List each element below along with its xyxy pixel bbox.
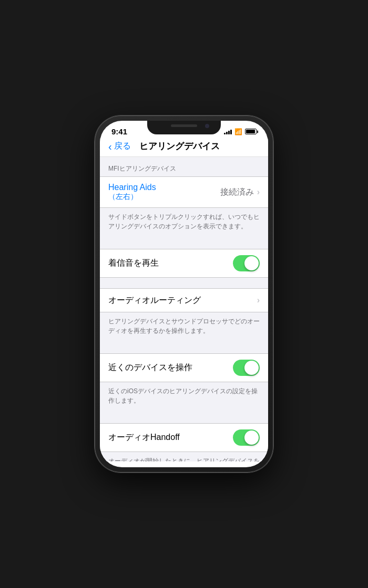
chevron-right-icon: › bbox=[257, 187, 260, 197]
audio-routing-label: オーディオルーティング bbox=[108, 295, 257, 306]
hearing-aids-right: 接続済み › bbox=[220, 187, 260, 198]
ringtone-row: 着信音を再生 bbox=[100, 249, 268, 277]
ringtone-group: 着信音を再生 bbox=[100, 249, 268, 278]
audio-routing-section-rows: オーディオルーティング › bbox=[100, 288, 268, 312]
mfi-section-header: MFIヒアリングデバイス bbox=[100, 157, 268, 176]
nearby-devices-section-rows: 近くのデバイスを操作 bbox=[100, 353, 268, 382]
notch bbox=[147, 121, 221, 134]
audio-handoff-desc: オーディオが開始したときに、ヒアリングデバイスを近くにあるiOSデバイスに接続し… bbox=[100, 452, 268, 461]
ringtone-toggle[interactable] bbox=[233, 255, 260, 271]
camera bbox=[205, 124, 209, 128]
wifi-icon: 📶 bbox=[234, 128, 242, 135]
audio-routing-right: › bbox=[257, 296, 260, 305]
back-chevron-icon: ‹ bbox=[108, 141, 112, 152]
nearby-devices-content: 近くのデバイスを操作 bbox=[108, 362, 233, 373]
audio-routing-desc: ヒアリングデバイスとサウンドプロセッサでどのオーディオを再生するかを操作します。 bbox=[100, 312, 268, 343]
hearing-aids-content: Hearing Aids （左右） bbox=[108, 183, 220, 202]
hearing-aids-desc: サイドボタンをトリプルクリックすれば、いつでもヒアリングデバイスのオプションを表… bbox=[100, 208, 268, 238]
nearby-devices-label: 近くのデバイスを操作 bbox=[108, 362, 233, 373]
nearby-devices-group: 近くのデバイスを操作 近くのiOSデバイスのヒアリングデバイスの設定を操作します… bbox=[100, 353, 268, 413]
nav-bar: ‹ 戻る ヒアリングデバイス bbox=[100, 138, 268, 157]
audio-handoff-group: オーディオHandoff オーディオが開始したときに、ヒアリングデバイスを近くに… bbox=[100, 423, 268, 461]
audio-routing-chevron-icon: › bbox=[257, 296, 260, 305]
status-icons: 📶 bbox=[224, 128, 257, 135]
audio-handoff-section-rows: オーディオHandoff bbox=[100, 423, 268, 452]
audio-handoff-toggle[interactable] bbox=[233, 429, 260, 446]
hearing-aids-subtitle: （左右） bbox=[108, 192, 220, 202]
status-time: 9:41 bbox=[111, 127, 127, 136]
hearing-aids-row[interactable]: Hearing Aids （左右） 接続済み › bbox=[100, 177, 268, 207]
mfi-group: MFIヒアリングデバイス Hearing Aids （左右） 接続済み › サイ… bbox=[100, 157, 268, 238]
audio-handoff-label: オーディオHandoff bbox=[108, 432, 233, 443]
nearby-devices-desc: 近くのiOSデバイスのヒアリングデバイスの設定を操作します。 bbox=[100, 382, 268, 413]
toggle-thumb-3 bbox=[244, 430, 259, 445]
phone-frame: 9:41 📶 ‹ 戻る ヒアリングデバイス bbox=[95, 116, 273, 472]
page-title: ヒアリングデバイス bbox=[131, 140, 228, 152]
hearing-aids-status: 接続済み bbox=[220, 187, 254, 198]
toggle-thumb-2 bbox=[244, 361, 259, 375]
phone-screen: 9:41 📶 ‹ 戻る ヒアリングデバイス bbox=[100, 121, 268, 467]
signal-icon bbox=[224, 129, 232, 134]
speaker bbox=[171, 124, 197, 127]
nearby-devices-row: 近くのデバイスを操作 bbox=[100, 354, 268, 382]
back-label: 戻る bbox=[114, 141, 131, 152]
mfi-section-rows: Hearing Aids （左右） 接続済み › bbox=[100, 176, 268, 208]
ringtone-label: 着信音を再生 bbox=[108, 258, 233, 269]
nearby-devices-toggle[interactable] bbox=[233, 360, 260, 376]
back-button[interactable]: ‹ 戻る bbox=[108, 141, 131, 152]
hearing-aids-title: Hearing Aids bbox=[108, 183, 220, 192]
battery-icon bbox=[245, 129, 257, 134]
toggle-thumb bbox=[244, 256, 259, 270]
audio-handoff-row: オーディオHandoff bbox=[100, 424, 268, 452]
ringtone-section-rows: 着信音を再生 bbox=[100, 249, 268, 278]
audio-routing-content: オーディオルーティング bbox=[108, 295, 257, 306]
ringtone-content: 着信音を再生 bbox=[108, 258, 233, 269]
audio-routing-group: オーディオルーティング › ヒアリングデバイスとサウンドプロセッサでどのオーディ… bbox=[100, 288, 268, 343]
audio-handoff-content: オーディオHandoff bbox=[108, 432, 233, 443]
audio-routing-row[interactable]: オーディオルーティング › bbox=[100, 289, 268, 312]
content-area: MFIヒアリングデバイス Hearing Aids （左右） 接続済み › サイ… bbox=[100, 157, 268, 461]
